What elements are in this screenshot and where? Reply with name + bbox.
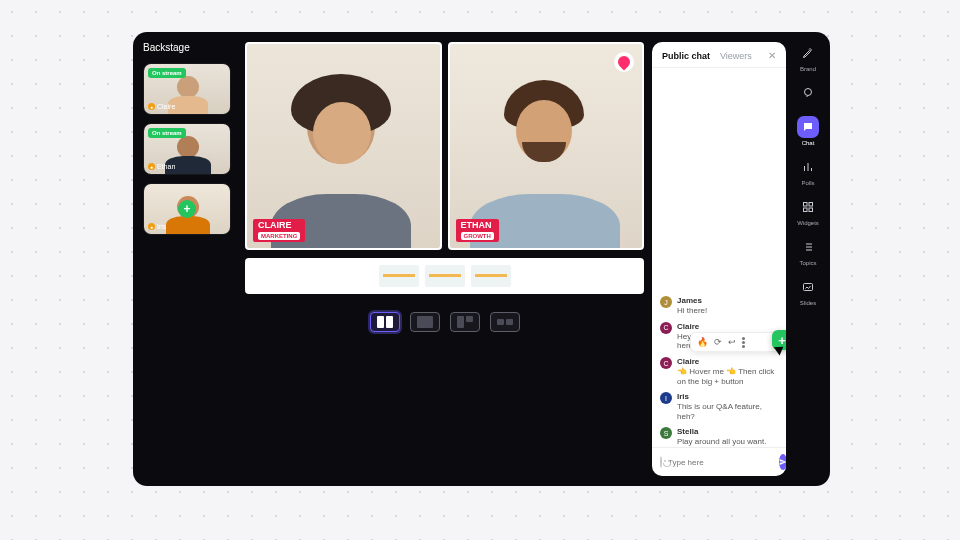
message-actions-toolbar[interactable]: 🔥 ⟳ ↩ [690, 332, 780, 352]
brand-watermark-icon [614, 52, 634, 72]
refresh-icon[interactable]: ⟳ [714, 337, 722, 347]
svg-rect-2 [809, 203, 813, 207]
backstage-title: Backstage [143, 42, 231, 53]
svg-rect-5 [804, 284, 813, 291]
close-icon[interactable]: ✕ [768, 50, 776, 61]
svg-rect-3 [804, 208, 808, 212]
chat-tabs: Public chat Viewers ✕ [652, 42, 786, 68]
mic-icon: ● [148, 223, 155, 230]
right-rail: Brand Chat Polls Widgets Topics Slides [786, 32, 830, 486]
chat-message: J JamesHi there! [660, 296, 780, 316]
on-stream-badge: On stream [148, 128, 186, 138]
edit-icon [797, 42, 819, 64]
backstage-card-iris[interactable]: + ●Iris [143, 183, 231, 235]
layout-grid-4[interactable] [490, 312, 520, 332]
chat-message: S StellaPlay around all you want. [660, 427, 780, 447]
tile-name-tag: ETHAN GROWTH [456, 219, 499, 242]
on-stream-badge: On stream [148, 68, 186, 78]
slide-thumb[interactable] [471, 265, 511, 287]
chat-input-row [652, 447, 786, 476]
rail-topics[interactable]: Topics [791, 236, 825, 266]
layout-pip[interactable] [410, 312, 440, 332]
tab-public-chat[interactable]: Public chat [662, 51, 710, 61]
add-to-stream-button[interactable]: + [178, 200, 196, 218]
emoji-icon[interactable] [660, 456, 662, 468]
rail-bubble[interactable] [791, 82, 825, 106]
cursor-icon [776, 344, 786, 356]
video-tile-ethan[interactable]: ETHAN GROWTH [448, 42, 645, 250]
send-button[interactable] [779, 454, 786, 470]
rail-polls[interactable]: Polls [791, 156, 825, 186]
chat-message: C Claire👈 Hover me 👈 Then click on the b… [660, 357, 780, 386]
more-icon[interactable] [742, 337, 745, 348]
rail-slides[interactable]: Slides [791, 276, 825, 306]
grid-icon [797, 196, 819, 218]
svg-point-0 [805, 89, 812, 96]
layout-switcher [245, 312, 644, 332]
slide-strip [245, 258, 644, 294]
app-window: Backstage On stream ●Claire On stream ●E… [133, 32, 830, 486]
chat-input[interactable] [668, 458, 773, 467]
chat-message: I IrisThis is our Q&A feature, heh? [660, 392, 780, 421]
avatar: C [660, 357, 672, 369]
tab-viewers[interactable]: Viewers [720, 51, 752, 61]
avatar: C [660, 322, 672, 334]
bars-icon [797, 156, 819, 178]
layout-grid-3[interactable] [450, 312, 480, 332]
slide-thumb[interactable] [379, 265, 419, 287]
rail-chat[interactable]: Chat [791, 116, 825, 146]
chat-panel: Public chat Viewers ✕ J JamesHi there! C… [652, 42, 786, 476]
fire-icon[interactable]: 🔥 [697, 337, 708, 347]
avatar: I [660, 392, 672, 404]
bubble-icon [797, 82, 819, 104]
stage-area: CLAIRE MARKETING ETHAN GROWTH [237, 32, 652, 486]
svg-rect-4 [809, 208, 813, 212]
backstage-card-ethan[interactable]: On stream ●Ethan [143, 123, 231, 175]
svg-rect-1 [804, 203, 808, 207]
image-icon [797, 276, 819, 298]
reply-icon[interactable]: ↩ [728, 337, 736, 347]
video-tiles: CLAIRE MARKETING ETHAN GROWTH [245, 42, 644, 250]
avatar: J [660, 296, 672, 308]
rail-brand[interactable]: Brand [791, 42, 825, 72]
list-icon [797, 236, 819, 258]
backstage-card-claire[interactable]: On stream ●Claire [143, 63, 231, 115]
chat-icon [797, 116, 819, 138]
mic-icon: ● [148, 163, 155, 170]
tile-name-tag: CLAIRE MARKETING [253, 219, 305, 242]
rail-widgets[interactable]: Widgets [791, 196, 825, 226]
video-tile-claire[interactable]: CLAIRE MARKETING [245, 42, 442, 250]
avatar: S [660, 427, 672, 439]
chat-messages[interactable]: J JamesHi there! C ClaireHey! We love to… [652, 68, 786, 447]
backstage-panel: Backstage On stream ●Claire On stream ●E… [133, 32, 237, 486]
layout-split-2[interactable] [370, 312, 400, 332]
mic-icon: ● [148, 103, 155, 110]
slide-thumb[interactable] [425, 265, 465, 287]
